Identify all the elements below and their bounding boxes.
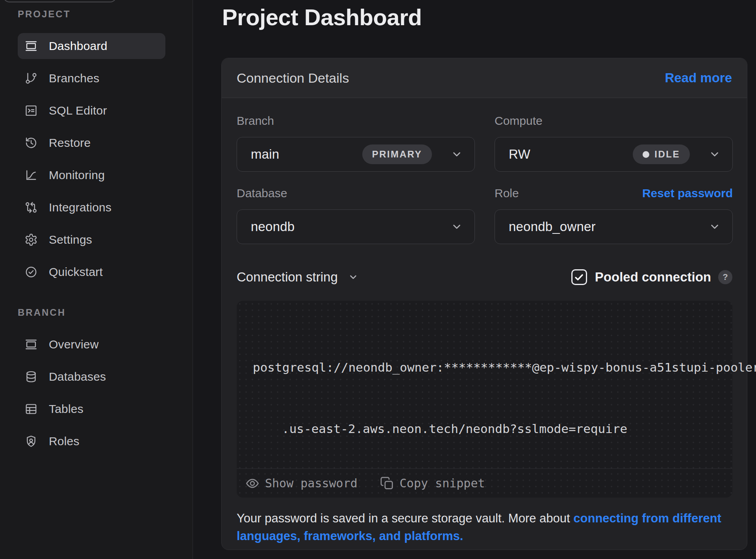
dashboard-icon <box>24 338 38 351</box>
sidebar-item-tables[interactable]: Tables <box>18 396 165 422</box>
sidebar-nav: PROJECTDashboardBranchesSQL EditorRestor… <box>0 9 193 461</box>
sidebar-item-branches[interactable]: Branches <box>18 65 165 91</box>
sidebar: PROJECTDashboardBranchesSQL EditorRestor… <box>0 0 193 559</box>
chevron-down-icon <box>709 148 721 160</box>
branch-field: Branch main PRIMARY <box>237 114 475 172</box>
password-vault-note: Your password is saved in a secure stora… <box>237 509 745 545</box>
pooled-connection-checkbox[interactable] <box>571 269 587 285</box>
chevron-down-icon <box>348 272 358 282</box>
chevron-down-icon <box>709 221 721 233</box>
sidebar-item-label: Restore <box>49 136 91 150</box>
connection-string-row: Connection string Pooled connection ? <box>237 269 732 285</box>
copy-snippet-button[interactable]: Copy snippet <box>380 476 485 491</box>
copy-icon <box>380 476 395 491</box>
card-body: Branch main PRIMARY Compute <box>222 98 747 545</box>
git-branch-icon <box>24 72 38 85</box>
role-value: neondb_owner <box>509 219 709 234</box>
idle-badge: IDLE <box>633 144 690 164</box>
branch-select[interactable]: main PRIMARY <box>237 137 475 172</box>
sidebar-item-dashboard[interactable]: Dashboard <box>18 33 165 59</box>
idle-dot-icon <box>643 151 649 158</box>
check-circle-icon <box>24 265 38 279</box>
card-title: Connection Details <box>237 70 349 86</box>
database-select[interactable]: neondb <box>237 209 475 244</box>
connection-string-line2: .us-east-2.aws.neon.tech/neondb?sslmode=… <box>253 418 717 439</box>
sidebar-item-label: Databases <box>49 370 106 383</box>
card-header: Connection Details Read more <box>222 58 747 98</box>
sidebar-item-roles[interactable]: Roles <box>18 428 165 454</box>
branch-value: main <box>251 147 362 162</box>
chevron-down-icon <box>451 148 463 160</box>
pooled-connection-label: Pooled connection <box>595 270 711 285</box>
sidebar-item-label: Roles <box>49 435 80 448</box>
role-select[interactable]: neondb_owner <box>495 209 733 244</box>
connection-string-toggle[interactable]: Connection string <box>237 270 358 285</box>
compute-label: Compute <box>495 114 543 128</box>
compute-value: RW <box>509 147 633 162</box>
sidebar-item-label: Integrations <box>49 201 111 214</box>
sidebar-item-label: Dashboard <box>49 39 107 53</box>
reset-password-link[interactable]: Reset password <box>642 187 733 200</box>
sidebar-item-restore[interactable]: Restore <box>18 130 165 156</box>
sidebar-item-label: Quickstart <box>49 265 103 279</box>
checkmark-icon <box>574 272 584 283</box>
sidebar-item-databases[interactable]: Databases <box>18 364 165 390</box>
shield-user-icon <box>24 435 38 448</box>
database-icon <box>24 370 38 383</box>
sidebar-section-label-project: PROJECT <box>18 9 193 20</box>
project-selector-cutoff <box>3 0 117 2</box>
sidebar-item-label: Tables <box>49 402 83 416</box>
primary-badge: PRIMARY <box>362 144 432 164</box>
sidebar-item-settings[interactable]: Settings <box>18 227 165 253</box>
sidebar-item-label: Overview <box>49 338 99 351</box>
main-content: Project Dashboard Connection Details Rea… <box>193 0 756 559</box>
sidebar-item-overview[interactable]: Overview <box>18 331 165 357</box>
table-icon <box>24 402 38 416</box>
eye-icon <box>245 476 260 491</box>
connection-details-card: Connection Details Read more Branch main… <box>221 58 747 550</box>
sql-terminal-icon <box>24 104 38 117</box>
connection-string-block: postgresql://neondb_owner:************@e… <box>237 301 732 498</box>
help-icon[interactable]: ? <box>718 270 732 284</box>
sidebar-item-sql-editor[interactable]: SQL Editor <box>18 98 165 124</box>
chart-icon <box>24 168 38 182</box>
branch-label: Branch <box>237 114 274 128</box>
connection-fields-grid: Branch main PRIMARY Compute <box>237 114 732 244</box>
sidebar-item-monitoring[interactable]: Monitoring <box>18 162 165 188</box>
pooled-connection-group: Pooled connection ? <box>571 269 732 285</box>
sidebar-item-label: Branches <box>49 72 99 85</box>
database-field: Database neondb <box>237 187 475 244</box>
database-label: Database <box>237 187 287 200</box>
sidebar-item-label: Monitoring <box>49 168 105 182</box>
page-title: Project Dashboard <box>222 4 422 30</box>
gear-icon <box>24 233 38 246</box>
compute-field: Compute RW IDLE <box>495 114 733 172</box>
history-icon <box>24 136 38 150</box>
compute-select[interactable]: RW IDLE <box>495 137 733 172</box>
connection-string-line1: postgresql://neondb_owner:************@e… <box>253 357 717 378</box>
sidebar-section-label-branch: BRANCH <box>18 307 193 318</box>
connection-string-text: postgresql://neondb_owner:************@e… <box>237 301 732 480</box>
sidebar-item-integrations[interactable]: Integrations <box>18 194 165 220</box>
code-actions-bar: Show password Copy snippet <box>237 468 732 498</box>
connection-string-label: Connection string <box>237 270 338 285</box>
chevron-down-icon <box>451 221 463 233</box>
show-password-button[interactable]: Show password <box>245 476 358 491</box>
database-value: neondb <box>251 219 451 234</box>
sidebar-item-quickstart[interactable]: Quickstart <box>18 259 165 285</box>
role-label: Role <box>495 187 519 200</box>
role-field: Role Reset password neondb_owner <box>495 187 733 244</box>
dashboard-icon <box>24 39 38 53</box>
sidebar-item-label: Settings <box>49 233 92 246</box>
read-more-link[interactable]: Read more <box>665 70 732 85</box>
integrations-icon <box>24 201 38 214</box>
sidebar-item-label: SQL Editor <box>49 104 107 117</box>
